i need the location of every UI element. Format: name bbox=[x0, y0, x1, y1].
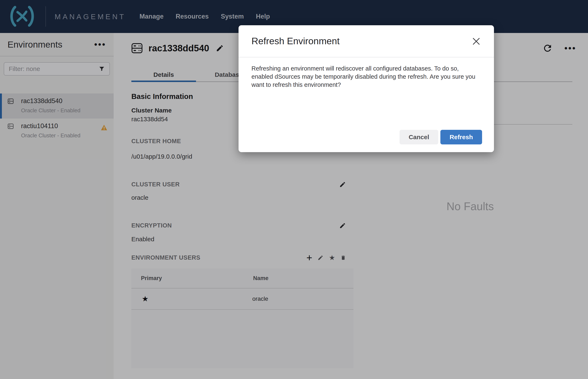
close-dialog-button[interactable] bbox=[471, 36, 481, 46]
cancel-button[interactable]: Cancel bbox=[399, 130, 438, 144]
dialog-header: Refresh Environment bbox=[238, 25, 494, 57]
dialog-title: Refresh Environment bbox=[251, 36, 340, 47]
dialog-message: Refreshing an environment will rediscove… bbox=[238, 57, 494, 89]
refresh-confirm-button[interactable]: Refresh bbox=[440, 130, 482, 144]
refresh-environment-dialog: Refresh Environment Refreshing an enviro… bbox=[238, 25, 494, 152]
close-icon bbox=[471, 36, 481, 46]
page: MANAGEMENT Manage Resources System Help … bbox=[0, 0, 588, 379]
dialog-footer: Cancel Refresh bbox=[399, 130, 482, 144]
